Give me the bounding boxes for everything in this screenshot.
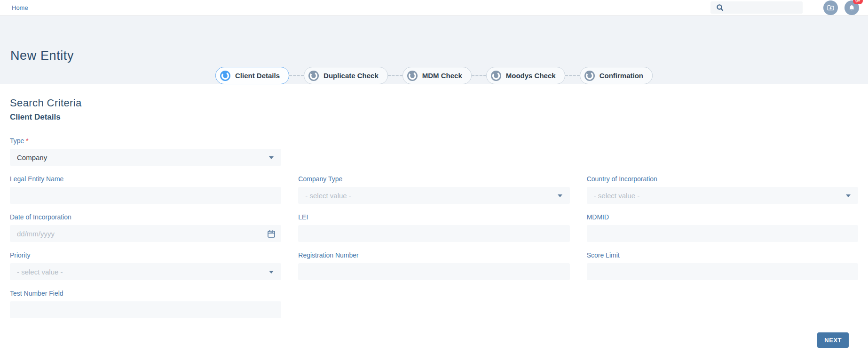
topbar-actions: 9+ xyxy=(710,0,859,15)
form-actions: NEXT xyxy=(10,318,858,348)
field-label: Test Number Field xyxy=(10,290,281,297)
field-label: LEI xyxy=(298,213,569,221)
field-test-number-field: Test Number Field xyxy=(10,290,281,318)
field-label-text: Type xyxy=(10,137,24,145)
field-mdmid: MDMID xyxy=(587,213,858,242)
country-placeholder: - select value - xyxy=(594,192,640,200)
step-connector xyxy=(472,75,486,76)
step-label: Client Details xyxy=(235,72,280,80)
chevron-down-icon xyxy=(269,271,274,274)
form-grid: Type* Company Legal Entity Name Company … xyxy=(10,137,858,318)
global-search-box[interactable] xyxy=(710,1,803,14)
field-country-of-incorporation: Country of Incorporation - select value … xyxy=(587,175,858,204)
date-of-incorporation-control xyxy=(10,225,281,242)
step-connector xyxy=(388,75,402,76)
mdmid-input[interactable] xyxy=(594,230,851,238)
circle-notch-icon xyxy=(584,70,595,81)
lei-input[interactable] xyxy=(305,230,562,238)
required-marker: * xyxy=(26,137,28,145)
add-entity-button[interactable] xyxy=(823,0,838,15)
field-label: Registration Number xyxy=(298,251,569,259)
step-label: Confirmation xyxy=(600,72,643,80)
lei-control xyxy=(298,225,569,242)
country-of-incorporation-select[interactable]: - select value - xyxy=(587,187,858,204)
type-select-value: Company xyxy=(17,153,47,161)
mdmid-control xyxy=(587,225,858,242)
bell-icon xyxy=(848,4,856,12)
search-icon xyxy=(716,4,724,11)
registration-number-control xyxy=(298,263,569,280)
folder-plus-icon xyxy=(827,4,835,12)
company-type-placeholder: - select value - xyxy=(305,192,351,200)
field-type: Type* Company xyxy=(10,137,281,166)
circle-notch-icon xyxy=(407,70,418,81)
test-number-field-control xyxy=(10,301,281,318)
breadcrumb-home[interactable]: Home xyxy=(12,4,28,11)
next-button[interactable]: NEXT xyxy=(817,332,849,348)
step-mdm-check[interactable]: MDM Check xyxy=(402,67,472,84)
legal-entity-name-input[interactable] xyxy=(17,192,274,200)
notifications-button[interactable]: 9+ xyxy=(844,0,859,15)
section-title: Search Criteria xyxy=(10,97,858,109)
chevron-down-icon xyxy=(846,194,851,197)
top-bar: Home xyxy=(0,0,868,16)
legal-entity-name-control xyxy=(10,187,281,204)
test-number-field-input[interactable] xyxy=(17,306,274,314)
field-priority: Priority - select value - xyxy=(10,251,281,280)
field-label: Country of Incorporation xyxy=(587,175,858,183)
score-limit-control xyxy=(587,263,858,280)
stepper: Client Details Duplicate Check MDM Check xyxy=(215,67,653,84)
type-select[interactable]: Company xyxy=(10,149,281,166)
step-label: Moodys Check xyxy=(506,72,556,80)
field-company-type: Company Type - select value - xyxy=(298,175,569,204)
field-registration-number: Registration Number xyxy=(298,251,569,280)
step-label: Duplicate Check xyxy=(324,72,379,80)
step-connector xyxy=(565,75,580,76)
company-type-select[interactable]: - select value - xyxy=(298,187,569,204)
notification-badge: 9+ xyxy=(853,0,863,4)
step-confirmation[interactable]: Confirmation xyxy=(580,67,653,84)
page-title: New Entity xyxy=(10,48,74,63)
step-moodys-check[interactable]: Moodys Check xyxy=(486,67,565,84)
circle-notch-icon xyxy=(308,70,319,81)
field-label: Company Type xyxy=(298,175,569,183)
priority-select[interactable]: - select value - xyxy=(10,263,281,280)
field-label: Score Limit xyxy=(587,251,858,259)
chevron-down-icon xyxy=(269,156,274,159)
registration-number-input[interactable] xyxy=(305,268,562,276)
chevron-down-icon xyxy=(558,194,562,197)
priority-placeholder: - select value - xyxy=(17,268,63,276)
form-section: Search Criteria Client Details Type* Com… xyxy=(0,84,868,348)
step-label: MDM Check xyxy=(422,72,462,80)
search-input[interactable] xyxy=(727,4,799,11)
subsection-title: Client Details xyxy=(10,113,858,122)
step-duplicate-check[interactable]: Duplicate Check xyxy=(304,67,388,84)
field-score-limit: Score Limit xyxy=(587,251,858,280)
step-client-details[interactable]: Client Details xyxy=(215,67,289,84)
circle-notch-icon xyxy=(490,70,502,81)
field-label: Priority xyxy=(10,251,281,259)
field-lei: LEI xyxy=(298,213,569,242)
field-label: MDMID xyxy=(587,213,858,221)
field-date-of-incorporation: Date of Incorporation xyxy=(10,213,281,242)
circle-notch-icon xyxy=(220,70,231,81)
field-label: Type* xyxy=(10,137,281,145)
calendar-icon[interactable] xyxy=(267,229,276,238)
field-legal-entity-name: Legal Entity Name xyxy=(10,175,281,204)
field-label: Legal Entity Name xyxy=(10,175,281,183)
score-limit-input[interactable] xyxy=(594,268,851,276)
step-connector xyxy=(289,75,304,76)
date-of-incorporation-input[interactable] xyxy=(17,230,274,238)
field-label: Date of Incorporation xyxy=(10,213,281,221)
page-header: New Entity Client Details Duplicate Chec… xyxy=(0,16,868,84)
